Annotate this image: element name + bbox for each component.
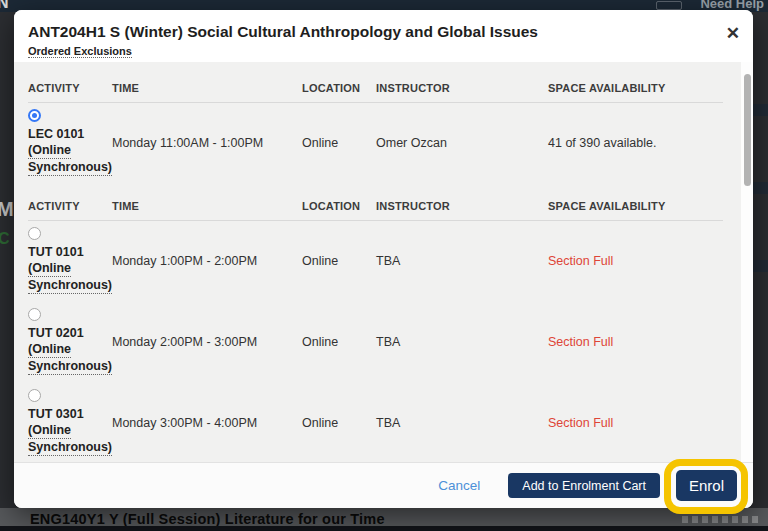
activity-mode-link[interactable]: Synchronous) (28, 439, 112, 456)
background-text-fragment: C (0, 230, 10, 248)
scrollbar-thumb[interactable] (744, 74, 751, 186)
table-header-row: ACTIVITY TIME LOCATION INSTRUCTOR SPACE … (28, 62, 723, 94)
instructor-cell: TBA (376, 254, 548, 268)
modal-footer: Cancel Add to Enrolment Cart Enrol (14, 462, 753, 508)
activity-cell: TUT 0201 (Online Synchronous) (28, 308, 112, 375)
header-divider (28, 220, 723, 221)
cancel-link[interactable]: Cancel (438, 478, 480, 493)
activity-cell: TUT 0101 (Online Synchronous) (28, 227, 112, 294)
course-enrolment-modal: ANT204H1 S (Winter) Social Cultural Anth… (14, 10, 753, 508)
radio-tut-0201[interactable] (28, 308, 41, 321)
crest-icon (656, 1, 682, 10)
table-row: TUT 0201 (Online Synchronous) Monday 2:0… (28, 308, 723, 375)
location-cell: Online (302, 136, 376, 150)
activity-mode-link[interactable]: (Online (28, 422, 71, 439)
location-cell: Online (302, 254, 376, 268)
background-course-list-strip: ENG140Y1 Y (Full Session) Literature for… (0, 508, 768, 531)
activity-code: TUT 0201 (28, 325, 112, 341)
acorn-logo-fragment: N (0, 0, 9, 12)
instructor-cell: TBA (376, 335, 548, 349)
column-header-activity: ACTIVITY (28, 82, 112, 94)
scrollbar-track[interactable] (741, 62, 753, 462)
ordered-exclusions-link[interactable]: Ordered Exclusions (28, 45, 132, 58)
modal-header: ANT204H1 S (Winter) Social Cultural Anth… (14, 10, 753, 62)
table-header-row: ACTIVITY TIME LOCATION INSTRUCTOR SPACE … (28, 176, 723, 212)
activity-mode-link[interactable]: (Online (28, 142, 71, 159)
time-cell: Monday 3:00PM - 4:00PM (112, 416, 302, 430)
radio-tut-0301[interactable] (28, 389, 41, 402)
activity-mode-link[interactable]: Synchronous) (28, 159, 112, 176)
table-row: LEC 0101 (Online Synchronous) Monday 11:… (28, 109, 723, 176)
close-icon[interactable]: ✕ (726, 25, 740, 42)
header-divider (28, 102, 723, 103)
table-row: TUT 0101 (Online Synchronous) Monday 1:0… (28, 227, 723, 294)
activity-cell: LEC 0101 (Online Synchronous) (28, 109, 112, 176)
column-header-time: TIME (112, 200, 302, 212)
activity-mode-link[interactable]: Synchronous) (28, 277, 112, 294)
background-row-divider (753, 182, 768, 194)
instructor-cell: TBA (376, 416, 548, 430)
column-header-space: SPACE AVAILABILITY (548, 82, 723, 94)
instructor-cell: Omer Ozcan (376, 136, 548, 150)
background-row-divider (753, 260, 768, 272)
radio-tut-0101[interactable] (28, 227, 41, 240)
column-header-location: LOCATION (302, 82, 376, 94)
availability-cell: Section Full (548, 335, 723, 349)
column-header-location: LOCATION (302, 200, 376, 212)
table-row: TUT 0301 (Online Synchronous) Monday 3:0… (28, 389, 723, 456)
activity-cell: TUT 0301 (Online Synchronous) (28, 389, 112, 456)
time-cell: Monday 1:00PM - 2:00PM (112, 254, 302, 268)
column-header-instructor: INSTRUCTOR (376, 200, 548, 212)
activity-mode-link[interactable]: (Online (28, 260, 71, 277)
location-cell: Online (302, 416, 376, 430)
availability-cell: Section Full (548, 416, 723, 430)
background-text-fragment: M (0, 198, 14, 221)
course-title: ANT204H1 S (Winter) Social Cultural Anth… (28, 23, 737, 41)
time-cell: Monday 11:00AM - 1:00PM (112, 136, 302, 150)
activity-code: TUT 0301 (28, 406, 112, 422)
column-header-activity: ACTIVITY (28, 200, 112, 212)
activity-code: LEC 0101 (28, 126, 112, 142)
location-cell: Online (302, 335, 376, 349)
activity-mode-link[interactable]: Synchronous) (28, 358, 112, 375)
column-header-time: TIME (112, 82, 302, 94)
background-course-title: ENG140Y1 Y (Full Session) Literature for… (30, 511, 385, 527)
background-row-divider (753, 104, 768, 116)
enrol-button[interactable]: Enrol (676, 470, 737, 501)
availability-cell: Section Full (548, 254, 723, 268)
activity-code: TUT 0101 (28, 244, 112, 260)
radio-lec-0101[interactable] (28, 109, 41, 122)
time-cell: Monday 2:00PM - 3:00PM (112, 335, 302, 349)
add-to-enrolment-cart-button[interactable]: Add to Enrolment Cart (508, 473, 660, 498)
background-faint-text (682, 516, 758, 523)
column-header-space: SPACE AVAILABILITY (548, 200, 723, 212)
column-header-instructor: INSTRUCTOR (376, 82, 548, 94)
sections-table: ACTIVITY TIME LOCATION INSTRUCTOR SPACE … (14, 62, 753, 462)
activity-mode-link[interactable]: (Online (28, 341, 71, 358)
availability-cell: 41 of 390 available. (548, 136, 723, 150)
background-dark-bar (0, 526, 768, 531)
